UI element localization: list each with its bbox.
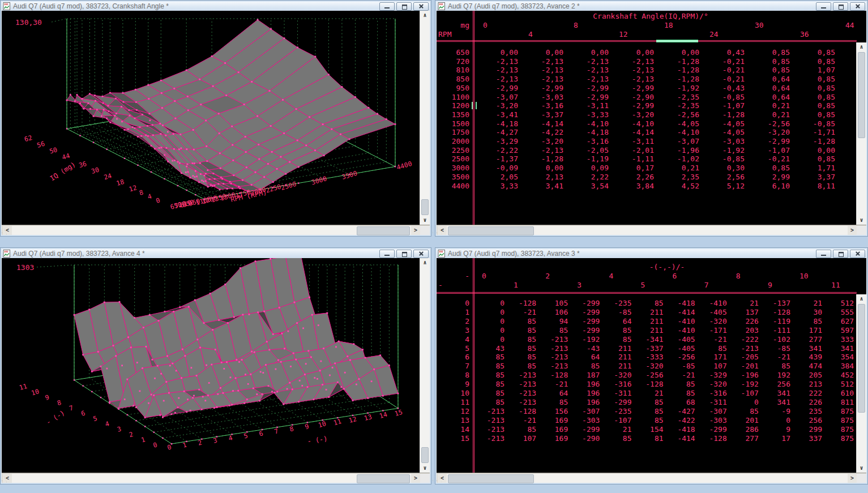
table-cell[interactable]: 107 [698,362,727,370]
table-cell[interactable]: 213 [793,380,822,388]
table-cell[interactable]: -414 [666,308,695,316]
table-cell[interactable]: -2,22 [475,146,518,155]
vertical-scrollbar[interactable]: ∧∨ [420,258,430,473]
table-cell[interactable]: 169 [538,416,568,425]
table-cell[interactable]: 21 [793,299,822,307]
table-cell[interactable]: 341 [824,344,854,353]
table-cell[interactable]: 875 [824,434,854,443]
table-cell[interactable]: -3,11 [611,137,654,145]
table-cell[interactable]: 85 [538,326,568,335]
table-cell[interactable]: -196 [729,371,759,379]
table-cell[interactable]: -128 [507,299,536,307]
titlebar[interactable]: IOI Audi Q7 (Audi q7 mod), 383723, Avanc… [2,249,430,258]
scroll-up-button[interactable]: ∧ [857,294,866,303]
table-cell[interactable]: -21 [507,416,536,425]
table-cell[interactable]: -9 [761,407,790,415]
table-cell[interactable]: 2,26 [611,173,654,181]
table-cell[interactable]: 0 [475,335,504,344]
table-cell[interactable]: 85 [475,353,504,361]
table-cell[interactable]: 299 [793,425,822,434]
table-cell[interactable]: -418 [666,299,695,307]
table-cell[interactable]: -299 [570,326,600,335]
hscroll-track[interactable] [447,474,848,483]
table-cell[interactable]: 85 [761,362,790,370]
table-cell[interactable]: -299 [602,398,631,406]
table-cell[interactable]: 0,30 [702,164,745,172]
vscroll-thumb[interactable] [421,447,429,463]
table-cell[interactable]: 0 [475,299,504,307]
table-cell[interactable]: -107 [729,389,759,397]
close-button[interactable] [850,2,865,11]
table-cell[interactable]: 333 [824,335,854,344]
table-cell[interactable]: -4,05 [702,128,745,136]
scroll-right-button[interactable]: > [848,226,857,235]
table-cell[interactable]: 0,64 [747,75,790,83]
table-cell[interactable]: 85 [538,398,568,406]
table-cell[interactable]: -2,13 [520,66,563,74]
table-cell[interactable]: -4,18 [566,128,609,136]
table-cell[interactable]: -320 [602,371,631,379]
table-cell[interactable]: -307 [570,407,600,415]
table-cell[interactable]: 30 [793,308,822,316]
table-cell[interactable]: 0,00 [656,48,699,57]
table-cell[interactable]: -3,03 [520,93,563,101]
table-cell[interactable]: 0,00 [611,48,654,57]
table-cell[interactable]: 0,85 [792,110,835,119]
table-cell[interactable]: -0,21 [702,75,745,83]
minimize-button[interactable] [379,250,395,258]
restore-button[interactable] [833,250,848,258]
table-cell[interactable]: -2,99 [611,84,654,92]
table-cell[interactable]: 0 [761,416,790,425]
table-cell[interactable]: 341 [793,344,822,353]
minimize-button[interactable] [816,250,831,258]
table-cell[interactable]: -21 [666,371,695,379]
table-cell[interactable]: -0,21 [702,57,745,66]
table-cell[interactable]: -414 [666,434,695,443]
table-cell[interactable]: -410 [666,317,695,325]
table-cell[interactable]: 226 [793,398,822,406]
scroll-left-button[interactable]: < [438,226,447,235]
table-cell[interactable]: -2,35 [656,93,699,101]
restore-button[interactable] [833,2,848,11]
table-cell[interactable]: 85 [507,353,536,361]
table-cell[interactable]: -3,29 [475,137,518,145]
table-cell[interactable]: -2,13 [520,75,563,83]
close-button[interactable] [413,2,429,11]
table-cell[interactable]: -128 [507,407,536,415]
table-cell[interactable]: -4,22 [520,128,563,136]
table-cell[interactable]: 0,85 [747,164,790,172]
table-cell[interactable]: 2,35 [656,173,699,181]
table-cell[interactable]: 85 [793,317,822,325]
table-cell[interactable]: 169 [538,425,568,434]
table-cell[interactable]: -213 [729,344,759,353]
table-cell[interactable]: -405 [698,308,727,316]
table-cell[interactable]: -128 [698,434,727,443]
table-cell[interactable]: -405 [666,344,695,353]
table-cell[interactable]: -119 [761,317,790,325]
table-cell[interactable]: 85 [507,335,536,344]
table-cell[interactable]: 1,07 [792,66,835,74]
table-cell[interactable]: -2,13 [475,75,518,83]
table-cell[interactable]: 85 [475,389,504,397]
table-cell[interactable]: 875 [824,407,854,415]
table-cell[interactable]: 0,00 [520,164,563,172]
restore-button[interactable] [396,2,412,11]
table-cell[interactable]: 211 [602,344,631,353]
titlebar[interactable]: IOI Audi Q7 (Audi q7 mod), 383723, Avanc… [437,249,866,258]
table-cell[interactable]: -1,92 [656,84,699,92]
table-cell[interactable]: -1,19 [566,155,609,163]
table-cell[interactable]: -111 [761,326,790,335]
table-cell[interactable]: -4,10 [566,119,609,128]
table-cell[interactable]: 256 [761,380,790,388]
restore-button[interactable] [396,250,412,258]
table-cell[interactable]: 106 [538,308,568,316]
table-cell[interactable]: -213 [507,389,536,397]
table-cell[interactable]: -405 [666,335,695,344]
table-cell[interactable]: 17 [761,434,790,443]
table-cell[interactable]: -2,13 [611,66,654,74]
table-cell[interactable]: 0 [475,317,504,325]
table-cell[interactable]: -4,27 [475,128,518,136]
table-cell[interactable]: 85 [666,380,695,388]
table-cell[interactable]: 0,64 [747,84,790,92]
table-cell[interactable]: -128 [634,380,664,388]
